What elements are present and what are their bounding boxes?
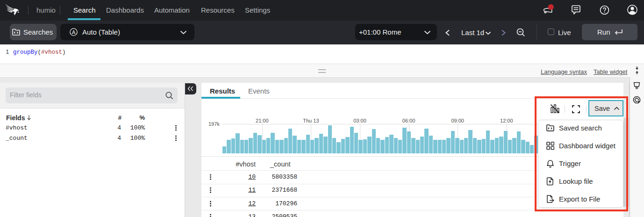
svg-text:A: A	[72, 29, 76, 35]
